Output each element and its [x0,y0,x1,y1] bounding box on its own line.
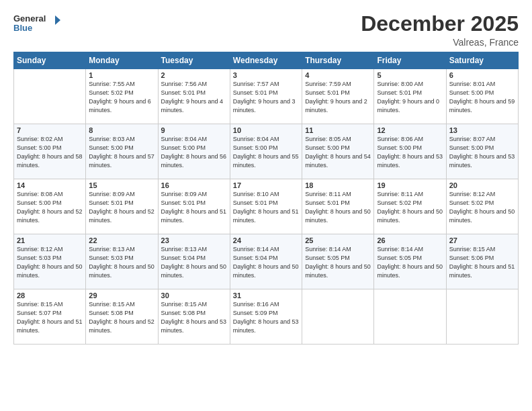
day-number: 10 [233,126,299,134]
cell-week5-day2: 29 Sunrise: 8:15 AMSunset: 5:08 PMDaylig… [86,289,158,345]
cell-week4-day3: 23 Sunrise: 8:13 AMSunset: 5:04 PMDaylig… [158,234,230,289]
cell-week1-day6: 5 Sunrise: 8:00 AMSunset: 5:01 PMDayligh… [374,69,446,124]
month-title: December 2025 [361,12,519,36]
day-info: Sunrise: 7:59 AMSunset: 5:01 PMDaylight:… [305,80,371,115]
day-number: 8 [89,126,154,134]
header-wednesday: Wednesday [230,52,302,69]
day-info: Sunrise: 8:15 AMSunset: 5:06 PMDaylight:… [449,245,515,280]
cell-week2-day7: 13 Sunrise: 8:07 AMSunset: 5:00 PMDaylig… [446,124,518,179]
day-info: Sunrise: 8:16 AMSunset: 5:09 PMDaylight:… [233,300,299,335]
week-row-4: 21 Sunrise: 8:12 AMSunset: 5:03 PMDaylig… [14,234,519,289]
cell-week2-day2: 8 Sunrise: 8:03 AMSunset: 5:00 PMDayligh… [86,124,158,179]
svg-marker-2 [55,15,60,25]
cell-week5-day3: 30 Sunrise: 8:15 AMSunset: 5:08 PMDaylig… [158,289,230,345]
day-info: Sunrise: 8:00 AMSunset: 5:01 PMDaylight:… [377,80,443,115]
cell-week4-day5: 25 Sunrise: 8:14 AMSunset: 5:05 PMDaylig… [302,234,374,289]
cell-week5-day7 [446,289,518,345]
day-info: Sunrise: 8:14 AMSunset: 5:04 PMDaylight:… [233,245,299,280]
cell-week5-day4: 31 Sunrise: 8:16 AMSunset: 5:09 PMDaylig… [230,289,302,345]
day-number: 26 [377,236,443,244]
cell-week2-day6: 12 Sunrise: 8:06 AMSunset: 5:00 PMDaylig… [374,124,446,179]
week-row-3: 14 Sunrise: 8:08 AMSunset: 5:00 PMDaylig… [14,179,519,234]
week-row-2: 7 Sunrise: 8:02 AMSunset: 5:00 PMDayligh… [14,124,519,179]
day-info: Sunrise: 8:05 AMSunset: 5:00 PMDaylight:… [305,135,371,170]
svg-text:General: General [13,13,46,24]
day-number: 3 [233,71,299,79]
page: General Blue December 2025 Valreas, Fran… [0,0,532,411]
week-row-5: 28 Sunrise: 8:15 AMSunset: 5:07 PMDaylig… [14,289,519,345]
cell-week3-day1: 14 Sunrise: 8:08 AMSunset: 5:00 PMDaylig… [14,179,86,234]
cell-week3-day6: 19 Sunrise: 8:11 AMSunset: 5:02 PMDaylig… [374,179,446,234]
header-friday: Friday [374,52,446,69]
day-info: Sunrise: 8:04 AMSunset: 5:00 PMDaylight:… [161,135,227,170]
cell-week2-day4: 10 Sunrise: 8:04 AMSunset: 5:00 PMDaylig… [230,124,302,179]
day-info: Sunrise: 8:13 AMSunset: 5:03 PMDaylight:… [89,245,154,280]
day-number: 24 [233,236,299,244]
day-number: 28 [17,291,83,300]
day-info: Sunrise: 8:07 AMSunset: 5:00 PMDaylight:… [449,135,515,170]
cell-week1-day7: 6 Sunrise: 8:01 AMSunset: 5:00 PMDayligh… [446,69,518,124]
header-monday: Monday [86,52,158,69]
day-info: Sunrise: 8:08 AMSunset: 5:00 PMDaylight:… [17,190,83,225]
header-sunday: Sunday [14,52,86,69]
cell-week1-day3: 2 Sunrise: 7:56 AMSunset: 5:01 PMDayligh… [158,69,230,124]
day-number: 18 [305,181,371,189]
svg-text:Blue: Blue [13,23,32,33]
day-number: 5 [377,71,443,79]
cell-week4-day1: 21 Sunrise: 8:12 AMSunset: 5:03 PMDaylig… [14,234,86,289]
cell-week1-day5: 4 Sunrise: 7:59 AMSunset: 5:01 PMDayligh… [302,69,374,124]
weekday-header-row: Sunday Monday Tuesday Wednesday Thursday… [14,52,519,69]
day-info: Sunrise: 8:09 AMSunset: 5:01 PMDaylight:… [89,190,154,225]
location: Valreas, France [361,37,519,48]
day-number: 31 [233,291,299,300]
day-number: 2 [161,71,227,79]
day-info: Sunrise: 8:11 AMSunset: 5:02 PMDaylight:… [377,190,443,225]
cell-week4-day6: 26 Sunrise: 8:14 AMSunset: 5:05 PMDaylig… [374,234,446,289]
day-info: Sunrise: 8:14 AMSunset: 5:05 PMDaylight:… [305,245,371,280]
day-info: Sunrise: 8:12 AMSunset: 5:02 PMDaylight:… [449,190,515,225]
day-info: Sunrise: 8:12 AMSunset: 5:03 PMDaylight:… [17,245,83,280]
day-info: Sunrise: 7:57 AMSunset: 5:01 PMDaylight:… [233,80,299,115]
day-info: Sunrise: 7:55 AMSunset: 5:02 PMDaylight:… [89,80,154,115]
calendar-table: Sunday Monday Tuesday Wednesday Thursday… [13,52,519,345]
day-number: 14 [17,181,83,189]
cell-week5-day1: 28 Sunrise: 8:15 AMSunset: 5:07 PMDaylig… [14,289,86,345]
day-number: 20 [449,181,515,189]
day-number: 19 [377,181,443,189]
cell-week2-day3: 9 Sunrise: 8:04 AMSunset: 5:00 PMDayligh… [158,124,230,179]
cell-week1-day1 [14,69,86,124]
day-number: 6 [449,71,515,79]
cell-week3-day2: 15 Sunrise: 8:09 AMSunset: 5:01 PMDaylig… [86,179,158,234]
day-number: 7 [17,126,83,134]
day-number: 4 [305,71,371,79]
day-info: Sunrise: 8:09 AMSunset: 5:01 PMDaylight:… [161,190,227,225]
logo: General Blue [13,12,60,36]
cell-week5-day5 [302,289,374,345]
day-info: Sunrise: 8:10 AMSunset: 5:01 PMDaylight:… [233,190,299,225]
general-blue-logo-icon: General Blue [13,12,60,36]
day-info: Sunrise: 7:56 AMSunset: 5:01 PMDaylight:… [161,80,227,115]
cell-week1-day4: 3 Sunrise: 7:57 AMSunset: 5:01 PMDayligh… [230,69,302,124]
cell-week3-day3: 16 Sunrise: 8:09 AMSunset: 5:01 PMDaylig… [158,179,230,234]
day-number: 11 [305,126,371,134]
day-number: 25 [305,236,371,244]
day-number: 1 [89,71,154,79]
week-row-1: 1 Sunrise: 7:55 AMSunset: 5:02 PMDayligh… [14,69,519,124]
day-number: 21 [17,236,83,244]
day-info: Sunrise: 8:11 AMSunset: 5:01 PMDaylight:… [305,190,371,225]
day-info: Sunrise: 8:15 AMSunset: 5:08 PMDaylight:… [161,300,227,335]
cell-week4-day7: 27 Sunrise: 8:15 AMSunset: 5:06 PMDaylig… [446,234,518,289]
day-info: Sunrise: 8:14 AMSunset: 5:05 PMDaylight:… [377,245,443,280]
day-number: 15 [89,181,154,189]
day-info: Sunrise: 8:06 AMSunset: 5:00 PMDaylight:… [377,135,443,170]
day-info: Sunrise: 8:13 AMSunset: 5:04 PMDaylight:… [161,245,227,280]
cell-week3-day4: 17 Sunrise: 8:10 AMSunset: 5:01 PMDaylig… [230,179,302,234]
day-info: Sunrise: 8:15 AMSunset: 5:07 PMDaylight:… [17,300,83,335]
title-block: December 2025 Valreas, France [361,12,519,48]
header-tuesday: Tuesday [158,52,230,69]
day-number: 12 [377,126,443,134]
day-info: Sunrise: 8:04 AMSunset: 5:00 PMDaylight:… [233,135,299,170]
header-thursday: Thursday [302,52,374,69]
cell-week3-day7: 20 Sunrise: 8:12 AMSunset: 5:02 PMDaylig… [446,179,518,234]
header-saturday: Saturday [446,52,518,69]
